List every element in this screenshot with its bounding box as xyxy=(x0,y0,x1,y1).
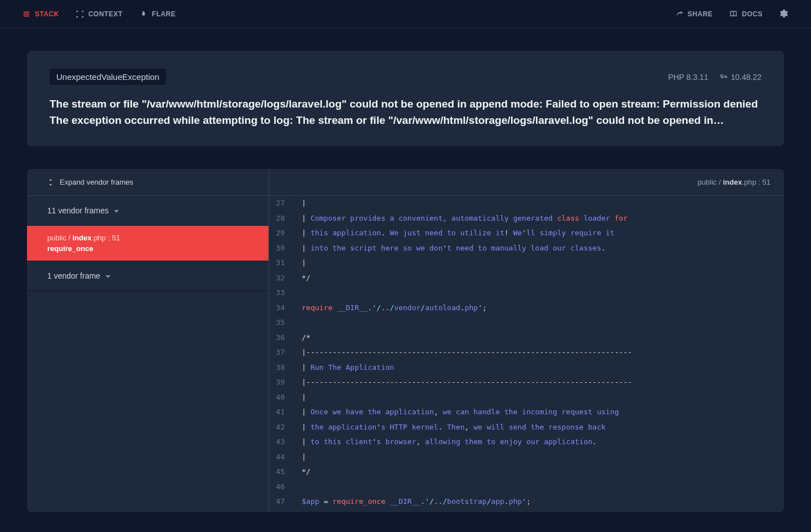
line-number: 35 xyxy=(269,315,292,330)
line-content xyxy=(292,285,302,301)
code-line: 36/* xyxy=(269,330,784,346)
context-icon xyxy=(76,10,84,18)
code-line: 37|-------------------------------------… xyxy=(269,345,784,360)
docs-button[interactable]: DOCS xyxy=(729,10,763,18)
code-view: public / index.php : 51 27|28| Composer … xyxy=(269,169,784,512)
code-line: 35 xyxy=(269,315,784,330)
share-label: SHARE xyxy=(688,10,713,18)
line-number: 33 xyxy=(269,285,292,301)
line-content: $app = require_once __DIR__.'/../bootstr… xyxy=(292,494,531,509)
flare-icon xyxy=(140,10,147,18)
line-content xyxy=(292,315,302,330)
nav-context[interactable]: CONTEXT xyxy=(76,10,123,18)
line-content: |---------------------------------------… xyxy=(292,345,632,360)
chevron-down-icon xyxy=(105,272,111,279)
line-content: | into the script here so we don't need … xyxy=(292,241,606,256)
line-number: 47 xyxy=(269,494,292,509)
frame-group-before[interactable]: 11 vendor frames xyxy=(27,196,268,226)
line-content: */ xyxy=(292,464,311,480)
code-line: 27| xyxy=(269,196,784,211)
active-frame-path: public / index.php : 51 xyxy=(47,234,248,242)
line-content: | xyxy=(292,256,306,271)
line-content: | xyxy=(292,450,306,465)
error-message-line-2: The exception occurred while attempting … xyxy=(50,113,761,129)
frame-group-after[interactable]: 1 vendor frame xyxy=(27,261,268,291)
line-content: | xyxy=(292,390,306,405)
code-line: 32*/ xyxy=(269,271,784,286)
line-content: | this application. We just need to util… xyxy=(292,226,615,241)
code-line: 44| xyxy=(269,450,784,465)
line-number: 46 xyxy=(269,480,292,495)
frame-group-before-label: 11 vendor frames xyxy=(47,206,109,215)
nav-context-label: CONTEXT xyxy=(88,10,123,18)
code-line: 29| this application. We just need to ut… xyxy=(269,226,784,241)
line-number: 32 xyxy=(269,271,292,286)
docs-icon xyxy=(729,10,737,18)
line-content: | Once we have the application, we can h… xyxy=(292,405,619,420)
version-info: PHP 8.3.11 10.48.22 xyxy=(668,73,761,82)
trace-sidebar: Expand vendor frames 11 vendor frames pu… xyxy=(27,169,269,512)
line-number: 44 xyxy=(269,450,292,465)
trace-panel: Expand vendor frames 11 vendor frames pu… xyxy=(27,169,784,512)
topbar-left: STACK CONTEXT FLARE xyxy=(23,10,176,18)
nav-stack-label: STACK xyxy=(35,10,59,18)
line-content: */ xyxy=(292,271,311,286)
line-number: 29 xyxy=(269,226,292,241)
error-message-line-1: The stream or file "/var/www/html/storag… xyxy=(50,96,761,113)
code-line: 45*/ xyxy=(269,464,784,480)
code-line: 43| to this client's browser, allowing t… xyxy=(269,435,784,450)
line-number: 41 xyxy=(269,405,292,420)
line-number: 27 xyxy=(269,196,292,211)
line-content: require __DIR__.'/../vendor/autoload.php… xyxy=(292,301,487,316)
topbar-right: SHARE DOCS xyxy=(675,10,788,19)
line-number: 28 xyxy=(269,211,292,226)
code-line: 42| the application's HTTP kernel. Then,… xyxy=(269,420,784,435)
error-card: UnexpectedValueException PHP 8.3.11 10.4… xyxy=(27,51,784,146)
stack-icon xyxy=(23,10,30,18)
expand-label: Expand vendor frames xyxy=(60,178,133,186)
line-number: 39 xyxy=(269,375,292,390)
error-header: UnexpectedValueException PHP 8.3.11 10.4… xyxy=(50,69,761,85)
line-number: 40 xyxy=(269,390,292,405)
line-number: 30 xyxy=(269,241,292,256)
code-line: 47$app = require_once __DIR__.'/../boots… xyxy=(269,494,784,509)
line-number: 37 xyxy=(269,345,292,360)
line-content: | the application's HTTP kernel. Then, w… xyxy=(292,420,606,435)
line-number: 34 xyxy=(269,301,292,316)
code-line: 28| Composer provides a convenient, auto… xyxy=(269,211,784,226)
expand-icon xyxy=(47,179,54,186)
nav-flare[interactable]: FLARE xyxy=(140,10,176,18)
line-number: 45 xyxy=(269,464,292,480)
code-line: 40| xyxy=(269,390,784,405)
code-header: public / index.php : 51 xyxy=(269,169,784,196)
code-body[interactable]: 27|28| Composer provides a convenient, a… xyxy=(269,196,784,512)
laravel-version: 10.48.22 xyxy=(720,73,762,82)
code-line: 34require __DIR__.'/../vendor/autoload.p… xyxy=(269,301,784,316)
php-version: PHP 8.3.11 xyxy=(668,73,708,82)
line-number: 38 xyxy=(269,360,292,375)
gear-icon[interactable] xyxy=(779,10,788,19)
frame-group-after-label: 1 vendor frame xyxy=(47,271,100,280)
line-content: | Run The Application xyxy=(292,360,394,375)
expand-vendor-frames[interactable]: Expand vendor frames xyxy=(27,169,268,196)
line-content xyxy=(292,480,302,495)
nav-flare-label: FLARE xyxy=(152,10,176,18)
line-number: 36 xyxy=(269,330,292,346)
line-number: 42 xyxy=(269,420,292,435)
error-message: The stream or file "/var/www/html/storag… xyxy=(50,96,761,128)
active-frame[interactable]: public / index.php : 51 require_once xyxy=(27,226,268,261)
share-icon xyxy=(675,10,683,18)
line-content: | Composer provides a convenient, automa… xyxy=(292,211,628,226)
nav-stack[interactable]: STACK xyxy=(23,10,59,18)
line-content: /* xyxy=(292,330,311,346)
code-line: 39|-------------------------------------… xyxy=(269,375,784,390)
line-content: | xyxy=(292,196,306,211)
code-line: 33 xyxy=(269,285,784,301)
code-line: 30| into the script here so we don't nee… xyxy=(269,241,784,256)
exception-badge: UnexpectedValueException xyxy=(50,69,166,85)
line-content: |---------------------------------------… xyxy=(292,375,632,390)
line-number: 31 xyxy=(269,256,292,271)
code-line: 46 xyxy=(269,480,784,495)
share-button[interactable]: SHARE xyxy=(675,10,713,18)
laravel-icon xyxy=(720,73,728,81)
